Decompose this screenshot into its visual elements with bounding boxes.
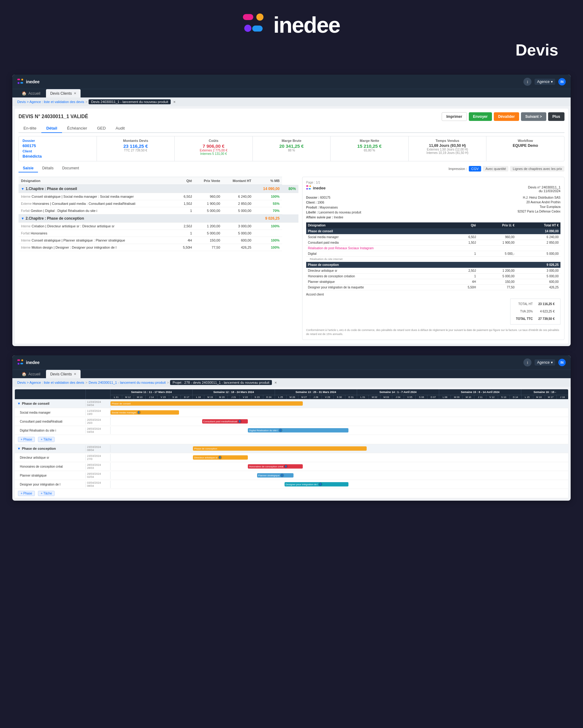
phase-bar: Phase de conception <box>193 446 367 451</box>
close-icon[interactable]: ✕ <box>74 92 76 95</box>
info-button[interactable]: i <box>524 78 531 86</box>
gantt-item-row: Consultant paid mediaRéalisati 20/03/202… <box>15 417 568 426</box>
item-bar: Planner stratégique 👤 <box>257 473 294 477</box>
gantt-bar-area: Phase de conception <box>110 444 568 453</box>
chapter-row-2: ▼2.Chapitre : Phase de conception 9 026,… <box>19 214 299 223</box>
suivant-button[interactable]: Suivant > <box>521 112 546 121</box>
topbar-logo: inedee <box>17 79 40 85</box>
plus-button[interactable]: Plus <box>548 112 564 121</box>
gantt-days-row: L 11 M 12 M 13 J 14 V 15 S 16 D 17 L 18 … <box>110 395 568 399</box>
imp-chapitres[interactable]: Lignes de chapitres avec les prix <box>510 166 564 172</box>
preview-info-col: Dossier : 600175 Client : 1906 Produit :… <box>306 195 513 220</box>
svg-rect-11 <box>309 188 311 189</box>
info-button-2[interactable]: i <box>524 359 531 366</box>
home-icon-2: 🏠 <box>22 372 27 376</box>
devalider-button[interactable]: Dévalider <box>494 112 519 121</box>
add-task-button-0[interactable]: + Tâche <box>38 437 55 442</box>
tab-details[interactable]: Détails <box>38 164 58 173</box>
gantt-row-dates: 03/04/202408/04 <box>86 480 110 488</box>
chevron-down-icon-2: ▾ <box>551 360 553 365</box>
preview-company: H.J. Heinz Distribution SAS 20 Avenue An… <box>517 195 560 220</box>
breadcrumb-close-icon[interactable]: ✕ <box>173 100 176 104</box>
item-bar: Digital Réalisation du site i 👤 <box>248 428 349 433</box>
preview-panel: Page : 1/1 inedee Devis <box>302 177 564 340</box>
phase-expand-0[interactable]: ▼ <box>17 401 21 405</box>
tab-en-tete[interactable]: En-tête <box>19 124 41 133</box>
breadcrumb-close-icon-2[interactable]: ✕ <box>274 381 277 384</box>
item-bar: Designer pour intégration de l 👤 <box>284 482 349 487</box>
devis-window: inedee i Agence ▾ IN 🏠 Accueil Devis Cli… <box>12 75 571 346</box>
gantt-row-label: Digital Réalisation du site i <box>15 427 86 434</box>
chapter-row-1: ▼1.Chapitre : Phase de conseil 14 090,00… <box>19 185 299 193</box>
chevron-down-icon: ▾ <box>551 80 553 84</box>
tab-document[interactable]: Document <box>58 164 83 173</box>
imprimer-button[interactable]: Imprimer <box>442 112 467 121</box>
topbar-left: inedee <box>17 79 40 85</box>
tab-devis-clients-2[interactable]: Devis Clients ✕ <box>46 370 80 378</box>
two-col-layout: Désignation Qté Prix Vente Montant HT % … <box>19 177 564 340</box>
breadcrumb-link-2a[interactable]: Devis > Agence : liste et validation des… <box>17 381 84 384</box>
tab-echeancier[interactable]: Échéancier <box>62 124 92 133</box>
add-phase-button-1[interactable]: + Phase <box>18 491 35 496</box>
gantt-row-dates: 23/03/202427/0 <box>86 454 110 461</box>
imp-quantite[interactable]: Avec quantité <box>483 166 508 172</box>
preview-col-total: Total HT € <box>516 223 560 228</box>
gantt-row-dates: 11/03/202419/0 <box>86 409 110 416</box>
gantt-row-label: Honoraires de conception créat <box>15 464 86 469</box>
item-bar: Consultant paid mediaRéalisati 👤 <box>202 419 248 423</box>
envoyer-button[interactable]: Envoyer <box>469 112 492 121</box>
list-item: Réalisation de post Réseaux Sociaux Inst… <box>306 245 560 251</box>
expand-icon-2[interactable]: ▼ <box>21 216 24 220</box>
gantt-row-dates: 20/03/202425/0 <box>86 418 110 425</box>
close-icon-2[interactable]: ✕ <box>74 372 76 376</box>
tab-audit[interactable]: Audit <box>111 124 130 133</box>
expand-icon-1[interactable]: ▼ <box>21 187 24 191</box>
svg-point-10 <box>306 188 308 190</box>
client-label: Client <box>23 149 93 153</box>
table-row: Forfait Gestion | Digital : Digital Réal… <box>19 207 299 214</box>
preview-header: inedee Devis n° 24030011_1 du 11/03/2024 <box>306 185 560 193</box>
phase-expand-1[interactable]: ▼ <box>17 447 21 450</box>
gantt-rows: ▼Phase de conseil 11/03/202404/04 Phase … <box>15 399 568 498</box>
tab-accueil-2[interactable]: 🏠 Accueil <box>17 370 45 378</box>
user-avatar: IN <box>558 78 566 85</box>
user-avatar-2: IN <box>558 359 566 366</box>
tab-accueil[interactable]: 🏠 Accueil <box>17 89 45 98</box>
tab-saisie[interactable]: Saisie <box>19 164 38 173</box>
add-phase-button-0[interactable]: + Phase <box>18 437 35 442</box>
imp-cgv[interactable]: CGV <box>469 166 481 172</box>
add-task-button-1[interactable]: + Tâche <box>38 491 55 496</box>
stat-dossier: Dossier 600175 Client Bénédicta <box>19 136 97 161</box>
breadcrumb-link-2b[interactable]: Devis 24030011_1 - lancement du nouveau … <box>88 381 166 384</box>
stat-marge-brute: Marge Brute 20 341,25 € 88 % <box>253 136 331 161</box>
dossier-label: Dossier <box>23 139 93 142</box>
svg-rect-7 <box>20 82 23 84</box>
agency-badge-2: Agence ▾ <box>535 359 555 366</box>
breadcrumb-current-2: Projet : 278 - devis 24030011_1 - lancem… <box>170 380 272 385</box>
svg-point-5 <box>21 79 23 80</box>
gantt-item-row: Designer pour intégration de l 03/04/202… <box>15 480 568 489</box>
gantt-phase-row: ▼Phase de conception 23/03/202408/04 Pha… <box>15 444 568 453</box>
table-row: Interne Conseil stratégique | Planner st… <box>19 237 299 244</box>
gantt-item-row: Planner stratégique 29/03/202402/04 Plan… <box>15 471 568 480</box>
gantt-bar-area: Phase de conseil <box>110 399 568 408</box>
table-row: Forfait Honoraires 1 5 000,00 5 000,00 <box>19 230 299 237</box>
tab-detail[interactable]: Détail <box>41 124 62 133</box>
table-row: Interne Conseil stratégique | Social med… <box>19 193 299 200</box>
item-bar: Social media manager 👤 <box>110 410 179 415</box>
preview-chapter-1: Phase de conception9 026,25 <box>306 262 560 268</box>
breadcrumb-link-devis[interactable]: Devis > Agence : liste et validation des… <box>17 100 84 104</box>
gantt-row-label: Planner stratégique <box>15 473 86 478</box>
saisie-tabs: Saisie Détails Document <box>19 164 83 173</box>
gantt-item-row: Social media manager 11/03/202419/0 Soci… <box>15 408 568 417</box>
list-item: Directeur artistique sr2,50J1 200,003 00… <box>306 268 560 274</box>
nav-tabs-bar-2: 🏠 Accueil Devis Clients ✕ <box>12 369 571 378</box>
breadcrumb-current: Devis 24030011_1 - lancement du nouveau … <box>88 99 171 104</box>
tab-devis-clients[interactable]: Devis Clients ✕ <box>46 89 80 98</box>
tab-ged[interactable]: GED <box>92 124 110 133</box>
home-icon: 🏠 <box>22 91 27 96</box>
action-buttons: Imprimer Envoyer Dévalider Suivant > Plu… <box>442 112 564 121</box>
gantt-row-label: Consultant paid mediaRéalisati <box>15 419 86 424</box>
gantt-header: Semaine 11 : 11 - 17 Mars 2024 Semaine 1… <box>15 389 568 399</box>
nav-tabs-bar: 🏠 Accueil Devis Clients ✕ <box>12 89 571 98</box>
